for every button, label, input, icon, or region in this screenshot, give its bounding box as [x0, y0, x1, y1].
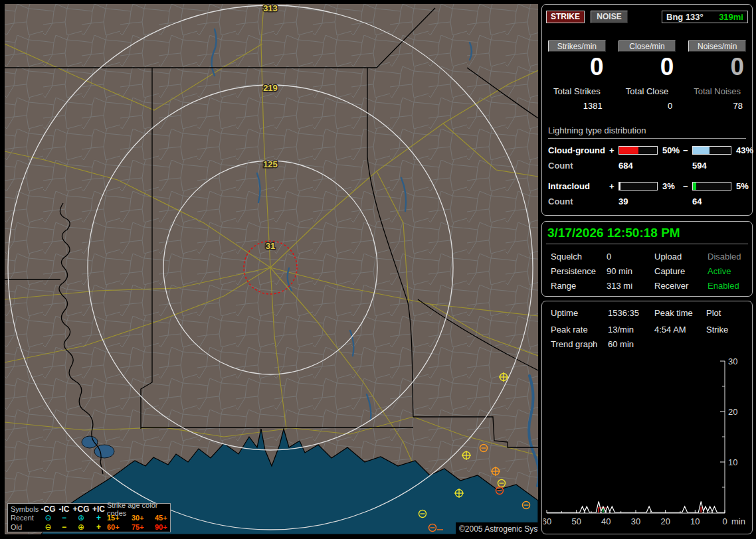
legend-symbols-header: Symbols — [11, 505, 40, 513]
datetime-display: 3/17/2026 12:50:18 PM — [546, 225, 748, 244]
peak-time-value: 4:54 AM — [654, 325, 706, 335]
strikes-per-min-value: 0 — [548, 54, 606, 79]
cg-plus-pct: 50% — [659, 145, 683, 155]
cg-minus-pct: 43% — [733, 145, 753, 155]
peak-time-label: Peak time — [654, 308, 706, 318]
total-strikes-label: Total Strikes — [548, 86, 606, 96]
total-strikes-value: 1381 — [548, 101, 606, 111]
capture-label: Capture — [654, 266, 708, 276]
svg-text:40: 40 — [601, 516, 611, 526]
bearing-readout: Bng 133° 319mi — [662, 11, 748, 23]
ic-minus-bar — [692, 182, 731, 191]
upload-label: Upload — [654, 252, 708, 262]
plus-sign: + — [609, 181, 618, 191]
status-panel: 3/17/2026 12:50:18 PM Squelch 0 Upload D… — [541, 221, 753, 297]
persistence-value: 90 min — [607, 266, 654, 276]
trend-graph-label: Trend graph — [551, 339, 608, 349]
svg-text:20: 20 — [728, 407, 737, 417]
bearing-distance: 319mi — [719, 12, 743, 22]
peak-rate-label: Peak rate — [551, 325, 608, 335]
minus-ic-recent-icon: − — [56, 513, 72, 522]
cg-plus-bar — [618, 146, 658, 155]
range-value: 313 mi — [607, 281, 654, 291]
svg-text:10: 10 — [728, 457, 737, 467]
close-per-min-button[interactable]: Close/min — [618, 40, 676, 52]
stormtracker-app: { "map": { "copyright": "©2005 Astrogeni… — [0, 0, 756, 539]
age-60: 60+ — [107, 523, 132, 531]
plus-cg-recent-icon: ⊕ — [72, 513, 90, 522]
ring-label-219: 219 — [263, 83, 278, 93]
cg-count-label: Count — [548, 161, 609, 171]
copyright-bar: ©2005 Astrogenic Systems — [456, 522, 538, 534]
svg-text:30: 30 — [631, 516, 640, 526]
ic-plus-pct: 3% — [659, 181, 683, 191]
map-area[interactable]: 31321912531 ©2005 Astrogenic Systems — [5, 4, 538, 534]
total-noises-label: Total Noises — [688, 86, 746, 96]
age-75: 75+ — [132, 523, 155, 531]
svg-text:0: 0 — [722, 516, 727, 526]
svg-text:10: 10 — [690, 516, 700, 526]
strikes-per-min-button[interactable]: Strikes/min — [548, 40, 606, 52]
plot-label: Plot — [706, 308, 743, 318]
uptime-label: Uptime — [551, 308, 608, 318]
trend-graph-value: 60 min — [608, 339, 743, 349]
plus-ic-recent-icon: + — [90, 513, 107, 522]
strike-tab-button[interactable]: STRIKE — [546, 11, 585, 23]
ic-plus-count: 39 — [618, 196, 659, 206]
cg-minus-count: 594 — [692, 161, 733, 171]
svg-text:20: 20 — [660, 516, 670, 526]
map-canvas[interactable]: 31321912531 ©2005 Astrogenic Systems — [5, 4, 538, 534]
range-label: Range — [551, 281, 607, 291]
noises-per-min-button[interactable]: Noises/min — [688, 40, 746, 52]
strike-stats-panel: STRIKE NOISE Bng 133° 319mi Strikes/min … — [541, 4, 753, 216]
legend-col-nic: -IC — [56, 504, 72, 514]
ring-label-313: 313 — [263, 4, 278, 13]
copyright-text: ©2005 Astrogenic Systems — [459, 524, 538, 534]
minus-cg-old-icon: ⊖ — [40, 522, 56, 532]
ring-label-31: 31 — [266, 241, 275, 251]
plus-cg-old-icon: ⊕ — [72, 522, 90, 532]
age-15: 15+ — [107, 514, 132, 522]
peak-rate-value: 13/min — [608, 325, 654, 335]
close-per-min-value: 0 — [618, 54, 676, 79]
symbol-legend: Symbols -CG -IC +CG +IC Strike age color… — [7, 503, 171, 532]
minus-sign: − — [683, 181, 692, 191]
plot-value: Strike — [706, 325, 743, 335]
age-90: 90+ — [155, 523, 176, 531]
svg-text:60: 60 — [543, 516, 551, 526]
distribution-title: Lightning type distribution — [548, 125, 746, 139]
minus-cg-recent-icon: ⊖ — [40, 513, 56, 522]
receiver-label: Receiver — [654, 281, 708, 291]
ring-label-125: 125 — [263, 159, 278, 169]
age-45: 45+ — [155, 514, 176, 522]
total-noises-value: 78 — [688, 101, 746, 111]
ic-minus-count: 64 — [692, 196, 733, 206]
squelch-value: 0 — [607, 252, 654, 262]
ic-plus-bar — [618, 182, 658, 191]
ic-count-label: Count — [548, 196, 609, 206]
cloud-ground-label: Cloud-ground — [548, 145, 609, 155]
squelch-label: Squelch — [551, 252, 607, 262]
intracloud-label: Intracloud — [548, 181, 609, 191]
trend-x-unit: min — [731, 516, 745, 526]
svg-text:50: 50 — [571, 516, 581, 526]
trend-panel: Uptime 1536:35 Peak time Plot Peak rate … — [541, 301, 753, 534]
plus-ic-old-icon: + — [90, 522, 107, 532]
svg-text:30: 30 — [728, 358, 737, 366]
legend-row-old-label: Old — [11, 523, 40, 531]
plus-sign: + — [609, 145, 618, 155]
noise-tab-button[interactable]: NOISE — [591, 11, 628, 23]
lightning-type-distribution: Lightning type distribution Cloud-ground… — [546, 125, 748, 206]
age-30: 30+ — [132, 514, 155, 522]
total-close-label: Total Close — [618, 86, 676, 96]
upload-status: Disabled — [708, 252, 743, 262]
persistence-label: Persistence — [551, 266, 607, 276]
uptime-value: 1536:35 — [608, 308, 654, 318]
cg-plus-count: 684 — [618, 161, 659, 171]
legend-row-recent-label: Recent — [11, 514, 40, 522]
noises-per-min-value: 0 — [688, 54, 746, 79]
trend-graph: 6050403020100min102030 — [543, 358, 751, 532]
total-close-value: 0 — [618, 101, 676, 111]
capture-status: Active — [708, 266, 743, 276]
cg-minus-bar — [692, 146, 731, 155]
